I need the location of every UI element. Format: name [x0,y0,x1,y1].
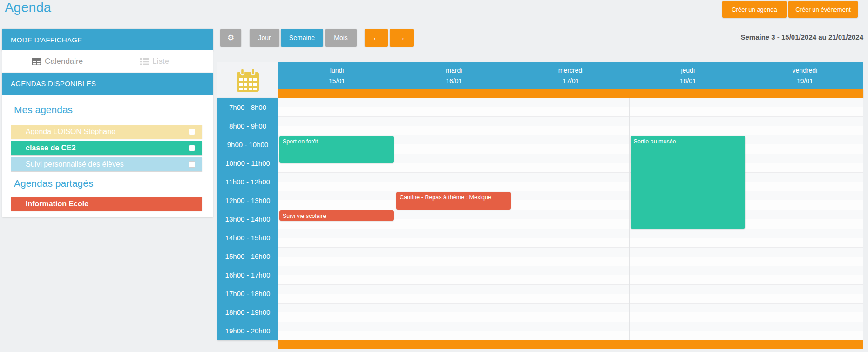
view-month-button[interactable]: Mois [325,29,357,47]
time-slot-label: 8h00 - 9h00 [217,116,278,135]
time-column: 7h00 - 8h008h00 - 9h009h00 - 10h0010h00 … [217,98,278,340]
create-agenda-button[interactable]: Créer un agenda [722,1,787,18]
calendar-grid-icon [32,58,41,65]
calendar-event[interactable]: Suivi vie scolaire [279,210,394,221]
page-title: Agenda [5,0,51,15]
view-week-button[interactable]: Semaine [281,29,323,47]
mode-calendar-label: Calendaire [45,57,83,66]
arrow-right-icon: → [398,34,406,41]
arrow-left-icon: ← [373,34,380,41]
mode-option-calendar[interactable]: Calendaire [32,57,83,66]
footer-orange-strip [278,340,863,349]
day-header-cell: mercredi17/01 [512,62,629,89]
time-slot-label: 10h00 - 11h00 [217,154,278,172]
calendar-icon [237,68,259,92]
day-header-row: lundi15/01mardi16/01mercredi17/01jeudi18… [278,62,863,89]
event-title: Sortie au musée [634,138,676,145]
time-slot-label: 19h00 - 20h00 [217,322,278,340]
view-day-button[interactable]: Jour [250,29,279,47]
next-week-button[interactable]: → [390,29,414,47]
my-agendas-heading: Mes agendas [14,104,73,115]
day-column[interactable] [512,98,629,340]
week-grid[interactable]: Sport en forêtSuivi vie scolaireCantine … [278,98,863,340]
available-agendas-header: AGENDAS DISPONIBLES [2,73,213,95]
time-slot-label: 11h00 - 12h00 [217,172,278,191]
day-header-cell: lundi15/01 [278,62,395,89]
calendar-event[interactable]: Sortie au musée [631,136,745,228]
day-header-cell: vendredi19/01 [746,62,863,89]
shared-agendas-heading: Agendas partagés [14,178,93,189]
day-name: mardi [446,67,462,74]
time-slot-label: 7h00 - 8h00 [217,98,278,116]
day-column[interactable] [746,98,863,340]
day-name: vendredi [793,67,818,74]
event-title: Sport en forêt [283,138,318,145]
display-mode-row: Calendaire Liste [2,50,213,73]
mode-option-list[interactable]: Liste [140,57,169,66]
settings-button[interactable]: ⚙ [220,29,241,47]
day-header-cell: jeudi18/01 [630,62,746,89]
day-name: mercredi [558,67,583,74]
mode-list-label: Liste [152,57,169,66]
event-title: Suivi vie scolaire [283,213,326,219]
week-range-label: Semaine 3 - 15/01/2024 au 21/01/2024 [631,33,863,41]
time-slot-label: 17h00 - 18h00 [217,284,278,303]
time-slot-label: 12h00 - 13h00 [217,191,278,210]
time-slot-label: 14h00 - 15h00 [217,229,278,247]
list-icon [140,58,149,65]
event-title: Cantine - Repas à thème : Mexique [400,194,491,201]
calendar-event[interactable]: Cantine - Repas à thème : Mexique [396,192,511,210]
day-date: 15/01 [329,77,345,85]
display-mode-header: MODE D'AFFICHAGE [2,29,213,51]
time-slot-label: 16h00 - 17h00 [217,266,278,284]
day-date: 17/01 [563,77,579,85]
time-slot-label: 13h00 - 14h00 [217,210,278,228]
agenda-app: Agenda Créer un agenda Créer un événemen… [0,0,868,352]
gear-icon: ⚙ [227,34,234,42]
agenda-visibility-checkbox[interactable] [189,161,195,168]
agendas-panel: Mes agendas Agenda LOISON Stéphaneclasse… [2,95,213,217]
day-header-cell: mardi16/01 [395,62,512,89]
day-date: 16/01 [446,77,462,85]
day-name: lundi [330,67,344,74]
header-orange-strip [278,89,863,98]
calendar-icon-cell [217,62,278,98]
agenda-list-item[interactable]: Suivi personnalisé des élèves [11,157,202,171]
agenda-visibility-checkbox[interactable] [189,129,195,135]
agenda-visibility-checkbox[interactable] [189,145,195,151]
time-slot-label: 15h00 - 16h00 [217,247,278,266]
day-name: jeudi [681,67,695,74]
agenda-list-item[interactable]: Agenda LOISON Stéphane [11,125,202,139]
create-event-button[interactable]: Créer un événement [788,1,858,18]
day-date: 19/01 [797,77,813,85]
day-date: 18/01 [680,77,696,85]
time-slot-label: 18h00 - 19h00 [217,303,278,322]
previous-week-button[interactable]: ← [365,29,388,47]
time-slot-label: 9h00 - 10h00 [217,135,278,154]
day-column[interactable] [395,98,512,340]
calendar-event[interactable]: Sport en forêt [279,136,394,163]
agenda-list-item[interactable]: classe de CE2 [11,141,202,155]
agenda-list-item[interactable]: Information Ecole [11,197,202,211]
